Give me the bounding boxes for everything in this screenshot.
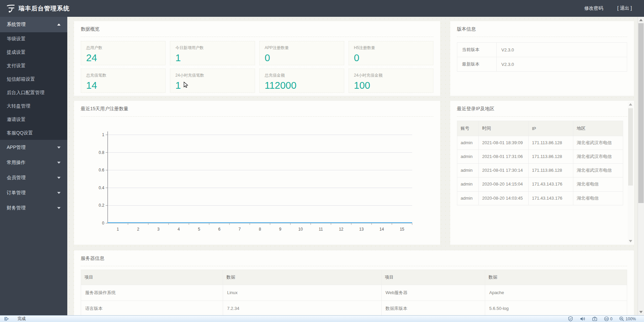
chevron-up-icon: [57, 24, 61, 26]
table-cell: 171.113.86.128: [528, 136, 573, 150]
sidebar-section-会员管理[interactable]: 会员管理: [0, 170, 67, 185]
table-cell: admin: [457, 177, 479, 191]
table-cell: 2021-08-01 17:31:06: [479, 150, 529, 164]
svg-text:AD: AD: [605, 318, 608, 320]
table-cell: 2021-08-01 18:39:09: [479, 136, 529, 150]
column-header: 数据: [223, 270, 381, 285]
column-header: 数据: [485, 270, 627, 285]
stat-card: 总充值笔数14: [81, 69, 166, 93]
register-chart-title: 最近15天用户注册数量: [81, 101, 433, 117]
server-info-panel: 服务器信息 项目数据项目数据服务器操作系统LinuxWeb服务器Apache语言…: [74, 250, 634, 322]
recent-login-panel: 最近登录IP及地区 账号时间IP地区admin2021-08-01 18:39:…: [450, 101, 634, 245]
stat-card-label: 24小时充值金额: [354, 73, 428, 78]
table-cell: Linux: [223, 285, 381, 301]
sidebar-section-label: 订单管理: [7, 190, 26, 196]
table-cell: Web服务器: [381, 285, 485, 301]
zoom-level-control[interactable]: 100%: [619, 316, 636, 321]
version-row: 当前版本V2.3.0: [457, 43, 627, 57]
status-text: 完成: [17, 316, 26, 322]
stat-card: 24小时充值金额100: [349, 69, 433, 93]
scroll-down-icon[interactable]: [629, 240, 632, 242]
sidebar-item-支付设置[interactable]: 支付设置: [0, 59, 67, 73]
server-info-title: 服务器信息: [81, 250, 627, 266]
svg-text:11: 11: [319, 227, 323, 232]
stat-card-value: 112000: [265, 80, 339, 91]
svg-text:13: 13: [359, 227, 364, 232]
login-record-row: admin2020-08-20 14:15:04171.43.143.176湖北…: [457, 177, 623, 191]
table-cell: 湖北省电信: [573, 177, 623, 191]
sidebar-nav: 系统管理等级设置提成设置支付设置短信邮箱设置后台入口配置管理大转盘管理邀请设置客…: [0, 17, 67, 315]
ad-blocker-icon[interactable]: AD 0: [604, 316, 613, 321]
security-shield-icon[interactable]: [568, 316, 573, 321]
scroll-up-icon[interactable]: [639, 19, 643, 21]
data-overview-panel: 数据概览 总用户数24今日新增用户数1APP注册数量0H5注册数量0总充值笔数1…: [74, 21, 440, 96]
app-header: 瑞丰后台管理系统 修改密码 [ 退出 ]: [0, 0, 644, 17]
register-line-chart: 00.20.40.60.81123456789101112131415: [81, 116, 433, 243]
svg-text:10: 10: [298, 227, 303, 232]
sidebar-item-等级设置[interactable]: 等级设置: [0, 32, 67, 46]
chevron-down-icon: [57, 162, 61, 164]
stat-card-label: H5注册数量: [354, 45, 428, 51]
sidebar-item-大转盘管理[interactable]: 大转盘管理: [0, 99, 67, 113]
table-cell: 5.6.50-log: [485, 301, 627, 317]
table-cell: 数据库版本: [381, 301, 485, 317]
sidebar-item-短信邮箱设置[interactable]: 短信邮箱设置: [0, 73, 67, 86]
sidebar-section-财务管理[interactable]: 财务管理: [0, 200, 67, 215]
version-info-panel: 版本信息 当前版本V2.3.0最新版本V2.3.0: [450, 21, 634, 96]
sidebar-section-常用操作[interactable]: 常用操作: [0, 155, 67, 170]
change-password-link[interactable]: 修改密码: [584, 5, 603, 11]
logout-link[interactable]: [ 退出 ]: [617, 5, 632, 11]
sidebar-section-label: APP管理: [7, 145, 26, 151]
svg-text:0.6: 0.6: [99, 168, 104, 172]
volume-icon[interactable]: [580, 316, 585, 321]
version-row-label: 最新版本: [457, 57, 497, 72]
svg-text:2: 2: [137, 227, 139, 232]
table-cell: Apache: [485, 285, 627, 301]
table-cell: 2021-08-01 17:30:14: [479, 164, 529, 177]
sidebar-item-邀请设置[interactable]: 邀请设置: [0, 113, 67, 126]
column-header: 地区: [573, 121, 623, 136]
sidebar-item-客服QQ设置[interactable]: 客服QQ设置: [0, 126, 67, 140]
login-record-row: admin2021-08-01 17:30:14171.113.86.128湖北…: [457, 164, 623, 177]
svg-text:14: 14: [380, 227, 384, 232]
stat-card: 今日新增用户数1: [170, 41, 255, 65]
panel-scrollbar[interactable]: [628, 102, 633, 244]
resume-icon: [4, 317, 9, 321]
zoom-level: 100%: [625, 317, 636, 321]
scrollbar-thumb[interactable]: [638, 23, 644, 203]
sidebar-item-后台入口配置管理[interactable]: 后台入口配置管理: [0, 86, 67, 99]
column-header: 项目: [381, 270, 485, 285]
stat-card-label: 总充值金额: [265, 73, 339, 78]
table-cell: 湖北省武汉市电信: [573, 164, 623, 177]
scroll-up-icon[interactable]: [629, 103, 632, 106]
sidebar-section-订单管理[interactable]: 订单管理: [0, 185, 67, 200]
sidebar-section-系统管理[interactable]: 系统管理: [0, 17, 67, 32]
scroll-down-icon[interactable]: [639, 311, 643, 313]
sidebar-item-提成设置[interactable]: 提成设置: [0, 46, 67, 59]
version-row: 最新版本V2.3.0: [457, 57, 627, 72]
version-row-label: 当前版本: [457, 43, 497, 57]
svg-text:6: 6: [218, 227, 220, 232]
status-icons: AD 0 100%: [568, 316, 640, 321]
svg-text:1: 1: [102, 132, 104, 137]
svg-text:9: 9: [279, 227, 281, 232]
stat-cards-grid: 总用户数24今日新增用户数1APP注册数量0H5注册数量0总充值笔数1424小时…: [74, 37, 440, 93]
stat-card: H5注册数量0: [349, 41, 433, 65]
svg-text:4: 4: [178, 227, 180, 232]
table-cell: 湖北省电信: [573, 191, 623, 205]
sidebar-section-label: 会员管理: [7, 175, 26, 181]
chevron-down-icon: [57, 177, 61, 179]
stat-card: 总用户数24: [81, 41, 166, 65]
table-cell: admin: [457, 164, 479, 177]
scrollbar-thumb[interactable]: [628, 108, 633, 186]
sidebar-section-label: 常用操作: [7, 160, 26, 166]
sidebar-section-APP管理[interactable]: APP管理: [0, 140, 67, 155]
recent-login-title: 最近登录IP及地区: [457, 101, 627, 117]
sidebar-section-label: 财务管理: [7, 205, 26, 211]
table-cell: 语言版本: [81, 301, 223, 317]
svg-text:8: 8: [259, 227, 261, 232]
toolbox-icon[interactable]: [592, 316, 597, 321]
table-cell: 171.43.143.176: [528, 177, 573, 191]
window-scrollbar[interactable]: [638, 17, 644, 315]
stat-card-label: 总用户数: [86, 45, 160, 51]
